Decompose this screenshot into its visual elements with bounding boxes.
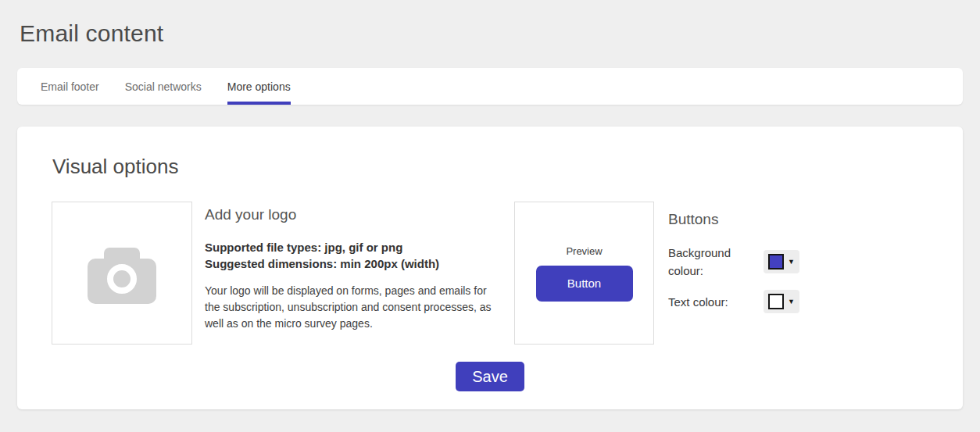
logo-heading: Add your logo — [205, 206, 499, 223]
chevron-down-icon: ▼ — [788, 298, 795, 305]
background-colour-label: Background colour: — [668, 244, 756, 280]
visual-options-card: Visual options Add your logo Supported f… — [17, 127, 963, 409]
background-colour-picker[interactable]: ▼ — [764, 250, 799, 273]
options-row: Add your logo Supported file types: jpg,… — [52, 202, 946, 345]
preview-button: Button — [536, 266, 633, 302]
tab-email-footer[interactable]: Email footer — [41, 68, 99, 105]
logo-text-column: Add your logo Supported file types: jpg,… — [205, 202, 499, 345]
tab-more-options[interactable]: More options — [227, 68, 291, 105]
page-title: Email content — [20, 20, 980, 47]
chevron-down-icon: ▼ — [788, 259, 795, 266]
button-preview-box: Preview Button — [514, 202, 654, 345]
text-colour-picker[interactable]: ▼ — [764, 290, 799, 313]
camera-icon — [84, 243, 159, 304]
tab-bar: Email footer Social networks More option… — [17, 68, 963, 105]
text-colour-label: Text colour: — [668, 293, 756, 311]
preview-label: Preview — [566, 245, 602, 257]
buttons-heading: Buttons — [668, 211, 799, 228]
save-button[interactable]: Save — [456, 362, 524, 391]
logo-upload-area[interactable] — [52, 202, 192, 345]
tab-social-networks[interactable]: Social networks — [125, 68, 202, 105]
section-title: Visual options — [52, 155, 946, 179]
text-colour-swatch — [768, 294, 784, 309]
buttons-column: Buttons Background colour: ▼ Text colour… — [668, 202, 799, 345]
background-colour-swatch — [768, 254, 784, 270]
logo-supported-types: Supported file types: jpg, gif or png — [205, 239, 499, 255]
logo-description: Your logo will be displayed on forms, pa… — [205, 283, 499, 332]
logo-suggested-dimensions: Suggested dimensions: min 200px (width) — [205, 255, 499, 272]
background-colour-row: Background colour: ▼ — [668, 244, 799, 280]
save-row: Save — [34, 362, 946, 391]
text-colour-row: Text colour: ▼ — [668, 290, 799, 313]
